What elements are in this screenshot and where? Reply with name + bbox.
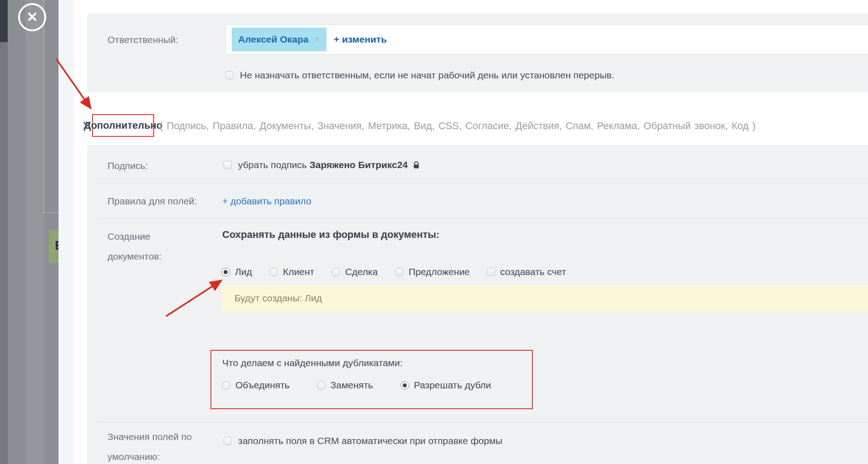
close-icon: ✕ <box>26 10 38 24</box>
signature-brand-text: Заряжено Битрикс24 <box>309 160 408 170</box>
field-rules-label: Правила для полей: <box>107 196 197 207</box>
document-type-radio-group: Лид Клиент Сделка Предложение создавать … <box>221 266 566 277</box>
responsible-tag-name: Алексей Окара <box>238 34 308 45</box>
change-responsible-link[interactable]: + изменить <box>334 34 387 45</box>
responsible-input[interactable]: Алексей Окара ✕ + изменить <box>225 24 868 54</box>
divider <box>97 422 868 422</box>
radio-allow-duplicates-control[interactable] <box>400 381 409 390</box>
duplicates-radio-group: Объединять Заменять Разрешать дубли <box>222 380 491 391</box>
divider <box>97 183 868 184</box>
autofill-checkbox[interactable] <box>224 437 232 445</box>
radio-lead[interactable]: Лид <box>221 266 252 277</box>
no-assign-checkbox-label: Не назначать ответственным, если не нача… <box>240 70 614 81</box>
signature-checkbox-row[interactable]: убрать подпись Заряжено Битрикс24 <box>224 160 419 170</box>
background-column <box>0 42 8 464</box>
default-values-label-line2: умолчанию: <box>107 451 160 462</box>
radio-quote-control[interactable] <box>395 268 404 276</box>
crm-form-settings-screen: В ✕ Ответственный: Алексей Окара ✕ + изм… <box>0 0 868 464</box>
signature-checkbox-text: убрать подпись <box>238 160 307 170</box>
invoice-checkbox[interactable] <box>487 268 495 276</box>
background-green-button: В <box>49 230 59 263</box>
autofill-checkbox-label: заполнять поля в CRM автоматически при о… <box>238 435 502 446</box>
divider <box>97 218 868 219</box>
duplicates-heading: Что делаем с найденными дубликатами: <box>222 358 403 368</box>
signature-label: Подпись: <box>107 160 148 171</box>
invoice-checkbox-row[interactable]: создавать счет <box>487 266 566 277</box>
no-assign-checkbox-row[interactable]: Не назначать ответственным, если не нача… <box>225 70 614 81</box>
radio-lead-control[interactable] <box>221 268 230 276</box>
radio-deal-control[interactable] <box>332 268 340 276</box>
radio-merge-control[interactable] <box>222 381 230 390</box>
documents-heading: Сохранять данные из формы в документы: <box>222 229 439 241</box>
will-be-created-notice: Будут созданы: Лид <box>222 285 868 311</box>
additional-jump-links[interactable]: ( Подпись, Правила, Документы, Значения,… <box>160 120 756 132</box>
radio-replace[interactable]: Заменять <box>317 380 373 391</box>
no-assign-checkbox[interactable] <box>225 71 234 79</box>
radio-client-control[interactable] <box>269 268 278 276</box>
radio-deal[interactable]: Сделка <box>332 266 378 277</box>
additional-annotation-box: Дополнительно <box>92 114 154 137</box>
default-values-label-line1: Значения полей по <box>107 431 192 442</box>
invoice-checkbox-label: создавать счет <box>500 266 566 277</box>
background-dark-block <box>0 0 8 42</box>
background-frame-line-v <box>44 0 44 213</box>
radio-replace-control[interactable] <box>317 381 326 390</box>
documents-label-line2: документов: <box>107 251 161 262</box>
signature-checkbox[interactable] <box>224 161 232 169</box>
will-be-created-text: Будут созданы: Лид <box>234 293 322 304</box>
close-button[interactable]: ✕ <box>18 3 46 31</box>
background-frame-line-h <box>44 212 59 213</box>
lock-icon <box>413 161 419 169</box>
radio-merge[interactable]: Объединять <box>222 380 290 391</box>
background-green-button-label: В <box>55 238 59 253</box>
responsible-label: Ответственный: <box>107 34 178 45</box>
radio-allow-duplicates[interactable]: Разрешать дубли <box>400 380 491 391</box>
documents-label-line1: Создание <box>107 231 151 242</box>
responsible-tag[interactable]: Алексей Окара ✕ <box>232 28 327 51</box>
additional-section-toggle[interactable]: Дополнительно <box>84 120 163 131</box>
background-band <box>25 0 44 464</box>
radio-client[interactable]: Клиент <box>269 266 314 277</box>
add-rule-link[interactable]: + добавить правило <box>222 196 311 207</box>
remove-tag-icon[interactable]: ✕ <box>314 35 320 44</box>
panel-left-edge <box>59 0 74 464</box>
background-overlay: В <box>0 0 59 464</box>
autofill-checkbox-row[interactable]: заполнять поля в CRM автоматически при о… <box>224 435 502 446</box>
radio-quote[interactable]: Предложение <box>395 266 470 277</box>
